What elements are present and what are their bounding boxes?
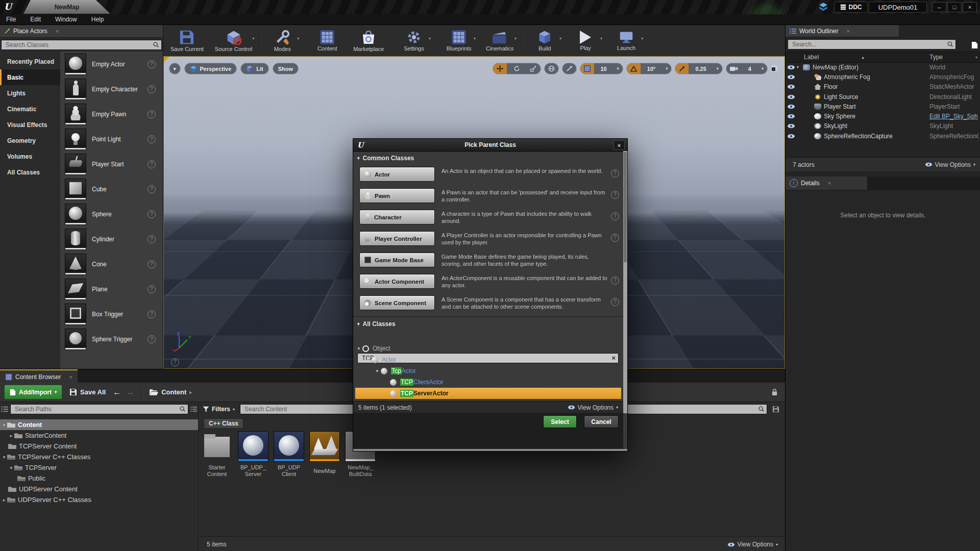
- list-item-cube[interactable]: Cube?: [60, 177, 163, 202]
- menu-edit[interactable]: Edit: [30, 16, 41, 23]
- list-item-point-light[interactable]: Point Light?: [60, 127, 163, 152]
- help-icon[interactable]: ?: [148, 60, 156, 68]
- save-current-button[interactable]: Save Current: [170, 25, 204, 56]
- outliner-row[interactable]: Player Start PlayerStart: [786, 102, 980, 111]
- place-actors-tab[interactable]: Place Actors ×: [0, 25, 163, 38]
- help-icon[interactable]: ?: [171, 358, 179, 366]
- list-item-empty-pawn[interactable]: Empty Pawn?: [60, 102, 163, 127]
- menu-file[interactable]: File: [6, 16, 16, 23]
- close-icon[interactable]: ×: [56, 28, 59, 34]
- launch-button[interactable]: Launch▾: [611, 25, 641, 56]
- forward-arrow-button[interactable]: →: [126, 388, 134, 397]
- chevron-down-icon[interactable]: ▾: [297, 36, 299, 41]
- help-icon[interactable]: ?: [148, 235, 156, 243]
- visibility-eye-icon[interactable]: [786, 65, 797, 70]
- filter-icon[interactable]: ▾: [975, 55, 977, 60]
- list-item-cone[interactable]: Cone?: [60, 252, 163, 277]
- add-import-button[interactable]: Add/Import ▾: [4, 385, 62, 399]
- breadcrumb[interactable]: Content ▸: [150, 388, 192, 396]
- path-filter-chip[interactable]: C++ Class: [204, 418, 243, 429]
- folder-startercontent[interactable]: ▸StarterContent: [0, 430, 198, 441]
- back-arrow-button[interactable]: ←: [113, 388, 121, 397]
- sort-arrow-icon[interactable]: ▴: [862, 55, 864, 60]
- edit-blueprint-link[interactable]: Edit BP_Sky_Sph: [929, 113, 978, 120]
- expand-arrow-icon[interactable]: ▾: [374, 368, 381, 373]
- chevron-down-icon[interactable]: ▾: [614, 63, 623, 74]
- help-icon[interactable]: ?: [148, 285, 156, 293]
- select-button[interactable]: Select: [543, 415, 577, 428]
- outliner-row[interactable]: Light Source DirectionalLight: [786, 92, 980, 102]
- folder-public[interactable]: Public: [0, 473, 198, 484]
- help-icon[interactable]: ?: [148, 135, 156, 143]
- help-icon[interactable]: ?: [611, 298, 619, 306]
- category-geometry[interactable]: Geometry: [0, 133, 60, 148]
- folder-udpserver-content[interactable]: UDPServer Content: [0, 484, 198, 494]
- details-tab[interactable]: i Details ×: [786, 177, 867, 190]
- list-item-empty-character[interactable]: Empty Character?: [60, 77, 163, 102]
- outliner-view-options[interactable]: View Options▾: [925, 161, 976, 168]
- chevron-down-icon[interactable]: ▾: [713, 63, 722, 74]
- grid-snap-value[interactable]: 10: [597, 63, 610, 74]
- expand-arrow-icon[interactable]: ▾: [355, 346, 362, 351]
- dialog-close-button[interactable]: ×: [614, 140, 625, 150]
- outliner-row[interactable]: Sky Sphere Edit BP_Sky_Sph: [786, 111, 980, 121]
- move-tool-button[interactable]: [493, 63, 507, 74]
- chevron-down-icon[interactable]: ▾: [474, 36, 476, 41]
- cancel-button[interactable]: Cancel: [584, 415, 619, 428]
- help-icon[interactable]: ?: [148, 185, 156, 193]
- close-icon[interactable]: ×: [828, 180, 831, 186]
- minimize-button[interactable]: –: [932, 2, 946, 12]
- tree-row-actor[interactable]: ▾ Actor: [355, 354, 621, 365]
- close-button[interactable]: ×: [963, 2, 977, 12]
- pawn-class-button[interactable]: Pawn: [359, 188, 435, 203]
- world-local-toggle[interactable]: [544, 63, 559, 74]
- actor-component-class-button[interactable]: Actor Component: [359, 274, 435, 289]
- chevron-down-icon[interactable]: ▾: [429, 36, 431, 41]
- outliner-settings-icon[interactable]: [971, 41, 978, 49]
- help-icon[interactable]: ?: [148, 85, 156, 93]
- help-icon[interactable]: ?: [611, 234, 619, 242]
- scale-snap-value[interactable]: 0.25: [692, 63, 709, 74]
- source-control-button[interactable]: Source Control▾: [215, 25, 252, 56]
- folder-content[interactable]: ▾Content: [0, 419, 198, 430]
- expand-arrow-icon[interactable]: ▾: [797, 65, 803, 69]
- help-icon[interactable]: ?: [148, 160, 156, 168]
- help-icon[interactable]: ?: [148, 260, 156, 268]
- all-classes-header[interactable]: ▾ All Classes: [353, 320, 396, 328]
- camera-speed-icon[interactable]: [726, 63, 742, 74]
- marketplace-button[interactable]: Marketplace: [353, 25, 384, 56]
- tree-row-tcpactor[interactable]: ▾ TcpActor: [355, 365, 621, 377]
- scale-snap-toggle[interactable]: [675, 63, 689, 74]
- category-all-classes[interactable]: All Classes: [0, 164, 60, 180]
- help-icon[interactable]: ?: [148, 210, 156, 218]
- tree-row-object[interactable]: ▾ Object: [355, 343, 621, 354]
- search-classes-input[interactable]: [1, 40, 162, 50]
- asset-newmap[interactable]: NewMap: [306, 432, 343, 474]
- column-header-type[interactable]: Type: [929, 54, 943, 61]
- dialog-view-options[interactable]: View Options▾: [568, 404, 619, 411]
- list-item-plane[interactable]: Plane?: [60, 277, 163, 302]
- menu-help[interactable]: Help: [91, 16, 104, 23]
- settings-button[interactable]: Settings▾: [399, 25, 429, 56]
- help-icon[interactable]: ?: [611, 212, 619, 220]
- category-volumes[interactable]: Volumes: [0, 148, 60, 164]
- category-basic[interactable]: Basic: [0, 69, 60, 85]
- viewport-options-dropdown[interactable]: ▾: [169, 63, 181, 74]
- rotation-snap-toggle[interactable]: [627, 63, 641, 74]
- menu-window[interactable]: Window: [55, 16, 77, 23]
- folder-tcpserver[interactable]: ▾TCPServer: [0, 462, 198, 473]
- tree-row-tcpclientactor[interactable]: TCPClientActor: [355, 377, 621, 388]
- category-cinematic[interactable]: Cinematic: [0, 101, 60, 117]
- list-item-sphere[interactable]: Sphere?: [60, 202, 163, 227]
- folder-tcpserver-cpp-classes[interactable]: ▾TCPServer C++ Classes: [0, 452, 198, 462]
- maximize-viewport-button[interactable]: [771, 65, 777, 72]
- outliner-row[interactable]: Floor StaticMeshActor: [786, 82, 980, 92]
- camera-speed-value[interactable]: 4: [745, 63, 755, 74]
- character-class-button[interactable]: Character: [359, 210, 435, 224]
- category-recently-placed[interactable]: Recently Placed: [0, 54, 60, 69]
- help-icon[interactable]: ?: [148, 310, 156, 318]
- modes-button[interactable]: Modes▾: [267, 25, 297, 56]
- chevron-down-icon[interactable]: ▾: [758, 63, 767, 74]
- folder-tcpserver-content[interactable]: TCPServer Content: [0, 441, 198, 452]
- ddc-button[interactable]: DDC: [834, 2, 868, 13]
